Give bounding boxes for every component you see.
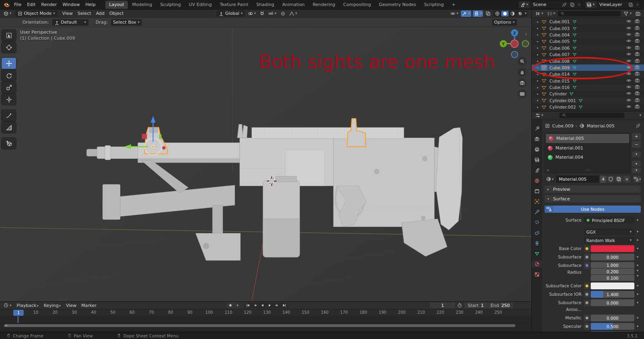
properties-tab-scene[interactable] <box>532 167 542 174</box>
number-field[interactable]: 0.100 <box>591 275 634 281</box>
display-mode-button[interactable]: ▾ <box>546 10 557 17</box>
outliner-item-cube-006[interactable]: ▸Cube.006 <box>532 45 644 51</box>
viewport-menu-select[interactable]: Select <box>75 10 93 16</box>
pan-hand-button[interactable] <box>518 68 527 77</box>
number-field[interactable]: 1.000 <box>591 262 634 268</box>
disclosure-triangle-icon[interactable]: ▸ <box>536 92 540 96</box>
mode-dropdown[interactable]: Object Mode ▾ <box>15 10 58 17</box>
outliner-item-cube-015[interactable]: ▸Cube.015 <box>532 78 644 84</box>
tool-transform-button[interactable] <box>2 94 16 105</box>
disclosure-triangle-icon[interactable]: ▸ <box>536 53 540 56</box>
viewport-menu-add[interactable]: Add <box>93 10 107 16</box>
use-nodes-button[interactable]: Use Nodes <box>545 206 641 213</box>
timeline-menu-marker[interactable]: Marker <box>79 303 99 309</box>
hide-viewport-toggle[interactable] <box>626 71 632 77</box>
outliner-item-cube-004[interactable]: ▸Cube.004 <box>532 32 644 38</box>
editor-type-button[interactable]: ▾ <box>534 112 545 119</box>
color-swatch[interactable] <box>591 245 634 252</box>
snap-magnet-button[interactable] <box>258 10 266 17</box>
jump-to-start-button[interactable] <box>244 303 251 308</box>
decorator-dot-icon[interactable] <box>637 219 638 221</box>
properties-tab-tool[interactable] <box>532 125 542 132</box>
hide-viewport-toggle[interactable] <box>626 97 632 104</box>
decorator-dot-icon[interactable] <box>637 264 638 266</box>
proportional-falloff-button[interactable]: ▾ <box>288 10 299 17</box>
disclosure-triangle-icon[interactable]: ▸ <box>536 99 540 102</box>
disclosure-triangle-icon[interactable]: ▸ <box>536 86 540 89</box>
disable-render-toggle[interactable] <box>634 71 640 77</box>
material-name-field[interactable]: Material.005 <box>556 176 599 183</box>
outliner-item-cube-001[interactable]: ▸Cube.001 <box>532 18 644 25</box>
chevron-down-icon[interactable]: ▾ <box>639 113 642 117</box>
decorator-dot-icon[interactable] <box>637 248 638 249</box>
move-slot-up-button[interactable]: ▴ <box>632 161 641 166</box>
disclosure-triangle-icon[interactable]: ▸ <box>536 20 540 24</box>
disable-render-toggle[interactable] <box>634 58 640 65</box>
drag-dropdown[interactable]: Select Box ▾ <box>111 19 142 26</box>
unlink-material-button[interactable]: × <box>623 176 630 183</box>
disclosure-triangle-icon[interactable]: ▸ <box>536 59 540 63</box>
tool-measure-button[interactable] <box>2 122 16 133</box>
outliner-item-cube-003[interactable]: ▸Cube.003 <box>532 25 644 31</box>
disable-render-toggle[interactable] <box>634 65 640 71</box>
preview-panel-header[interactable]: ▸Preview∷ <box>545 186 641 193</box>
options-button[interactable]: Options ▾ <box>492 19 517 26</box>
editor-type-button[interactable]: ▾ <box>2 302 13 309</box>
workspace-tab-scripting[interactable]: Scripting <box>420 1 447 9</box>
grip-dots-icon[interactable]: ∷∷ <box>586 168 591 172</box>
new-collection-button[interactable] <box>634 10 642 17</box>
viewport-menu-object[interactable]: Object <box>107 10 126 16</box>
menu-window[interactable]: Window <box>60 1 83 8</box>
pin-icon[interactable] <box>635 123 641 129</box>
shading-wireframe-button[interactable] <box>494 11 501 16</box>
disable-render-toggle[interactable] <box>634 51 640 58</box>
slot-specials-button[interactable]: ▾ <box>632 151 641 157</box>
disable-render-toggle[interactable] <box>634 84 640 91</box>
copy-icon[interactable] <box>568 2 576 8</box>
view-layer-name[interactable]: ViewLayer <box>596 2 627 7</box>
color-swatch[interactable] <box>591 282 634 289</box>
properties-tab-modifiers[interactable] <box>532 208 542 215</box>
decorator-dot-icon[interactable] <box>637 270 638 271</box>
decorator-dot-icon[interactable] <box>637 231 638 232</box>
disclosure-triangle-icon[interactable]: ▸ <box>536 105 540 109</box>
hide-viewport-toggle[interactable] <box>626 78 632 84</box>
disable-render-toggle[interactable] <box>634 104 640 110</box>
hide-viewport-toggle[interactable] <box>626 45 632 51</box>
tool-move-button[interactable] <box>2 58 16 69</box>
tool-scale-button[interactable] <box>2 82 16 93</box>
hide-viewport-toggle[interactable] <box>626 104 632 110</box>
breadcrumb-object[interactable]: Cube.009 <box>552 123 573 129</box>
jump-to-end-button[interactable] <box>281 303 287 308</box>
disable-render-toggle[interactable] <box>634 91 640 97</box>
previous-keyframe-button[interactable] <box>252 303 258 308</box>
properties-tab-collection[interactable] <box>532 188 542 194</box>
close-icon[interactable]: × <box>576 2 582 7</box>
tool-annotate-button[interactable] <box>2 110 16 121</box>
menu-edit[interactable]: Edit <box>24 1 38 8</box>
properties-tab-object-data[interactable] <box>532 250 542 257</box>
grid-ortho-button[interactable] <box>518 89 527 98</box>
hide-viewport-toggle[interactable] <box>626 18 632 25</box>
workspace-tab-compositing[interactable]: Compositing <box>340 1 375 9</box>
tool-rotate-button[interactable] <box>2 70 16 81</box>
workspace-tab-modeling[interactable]: Modeling <box>129 1 156 9</box>
properties-search-input[interactable] <box>559 113 624 118</box>
shading-rendered-button[interactable] <box>517 11 524 16</box>
shading-solid-button[interactable] <box>501 11 509 16</box>
decorator-dot-icon[interactable] <box>637 275 638 276</box>
camera-view-button[interactable] <box>518 79 527 87</box>
hide-viewport-toggle[interactable] <box>626 91 632 97</box>
timeline-track-area[interactable] <box>0 317 531 323</box>
material-slot-material-005[interactable]: Material.005 <box>546 134 629 143</box>
workspace-tab-geometry-nodes[interactable]: Geometry Nodes <box>375 1 420 9</box>
timeline-menu-playback[interactable]: Playback▾ <box>14 303 42 309</box>
disclosure-triangle-icon[interactable]: ▸ <box>536 73 540 76</box>
view-layer-selector[interactable]: ▾ ViewLayer × <box>585 1 641 9</box>
disclosure-triangle-icon[interactable]: ▸ <box>536 33 540 36</box>
editor-type-button[interactable]: ▾ <box>534 10 545 17</box>
zoom-button[interactable] <box>518 57 527 66</box>
properties-tab-world[interactable] <box>532 177 542 184</box>
menu-render[interactable]: Render <box>38 1 60 8</box>
breadcrumb-material[interactable]: Material.005 <box>587 123 614 129</box>
